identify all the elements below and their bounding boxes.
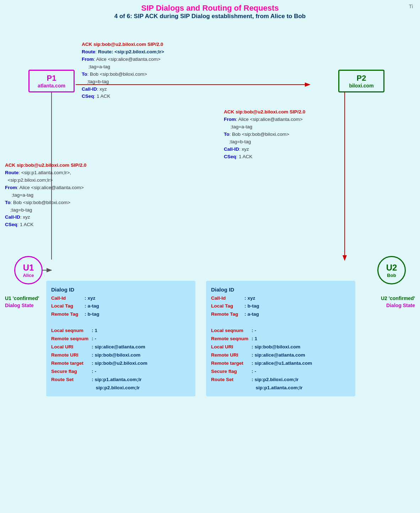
u2-remotetag-row: Remote Tag : a-tag: [211, 310, 350, 319]
u2-callid-row: Call-Id : xyz: [211, 294, 350, 303]
p2-sub: biloxi.com: [345, 83, 378, 89]
msg-p2-method: ACK sip:bob@u2.biloxi.com SIP/2.0: [224, 109, 305, 114]
p1-label: P1: [35, 74, 68, 83]
u1-circle: U1 Alice: [14, 256, 43, 284]
u1-label: U1: [23, 263, 34, 273]
u1-remotetag-row: Remote Tag : b-tag: [51, 310, 190, 319]
u1-localuri-row: Local URI : sip:alice@atlanta.com: [51, 343, 190, 351]
u1-dialog-title: Dialog ID: [51, 285, 190, 294]
p1-sub: atlanta.com: [35, 83, 68, 89]
u1-localseq-row: Local seqnum : 1: [51, 327, 190, 335]
u2-localuri-row: Local URI : sip:bob@biloxi.com: [211, 343, 350, 351]
u2-localseq-row: Local seqnum : -: [211, 327, 350, 335]
u2-remoteseq-row: Remote seqnum : 1: [211, 335, 350, 343]
u1-remotetarget-row: Remote target : sip:bob@u2.biloxi.com: [51, 359, 190, 368]
u1-localtag-row: Local Tag : a-tag: [51, 302, 190, 310]
u2-circle: U2 Bob: [377, 256, 406, 284]
msg-p2-block: ACK sip:bob@u2.biloxi.com SIP/2.0 From: …: [224, 108, 305, 160]
u1-secureflag-row: Secure flag : -: [51, 368, 190, 376]
msg-left-block: ACK sip:bob@u2.biloxi.com SIP/2.0 Route:…: [5, 162, 86, 229]
u2-state-label: U2 'confirmed' Dialog State: [381, 295, 415, 309]
u2-label: U2: [386, 263, 397, 273]
u1-sub: Alice: [23, 273, 34, 278]
u1-dialog-box: Dialog ID Call-Id : xyz Local Tag : a-ta…: [46, 281, 195, 396]
msg-top-block: ACK sip:bob@u2.biloxi.com SIP/2.0 Route:…: [82, 41, 164, 100]
u1-remoteuri-row: Remote URI : sip:bob@biloxi.com: [51, 351, 190, 359]
u1-remoteseq-row: Remote seqnum : -: [51, 335, 190, 343]
u2-dialog-box: Dialog ID Call-Id : xyz Local Tag : b-ta…: [206, 281, 355, 396]
msg-left-method: ACK sip:bob@u2.biloxi.com SIP/2.0: [5, 162, 86, 168]
u2-dialog-title: Dialog ID: [211, 285, 350, 294]
u1-routeset-row: Route Set : sip:p1.atlanta.com;lr: [51, 376, 190, 384]
u1-state-label: U1 'confirmed' Dialog State: [5, 295, 39, 309]
u2-localtag-row: Local Tag : b-tag: [211, 302, 350, 310]
p2-proxy-box: P2 biloxi.com: [338, 70, 384, 92]
u1-routeset2-row: sip:p2.biloxi.com;lr: [51, 384, 190, 392]
u2-remoteuri-row: Remote URI : sip:alice@atlanta.com: [211, 351, 350, 359]
u2-routeset2-row: sip:p1.atlanta.com;lr: [211, 384, 350, 392]
title-sub: 4 of 6: SIP ACK during SIP Dialog establ…: [0, 13, 420, 20]
corner-label: Ti: [409, 4, 413, 9]
u2-sub: Bob: [387, 273, 396, 278]
u1-callid-row: Call-Id : xyz: [51, 294, 190, 303]
p2-label: P2: [345, 74, 378, 83]
title-main: SIP Dialogs and Routing of Requests: [0, 4, 420, 13]
u2-routeset-row: Route Set : sip:p2.biloxi.com;lr: [211, 376, 350, 384]
u2-secureflag-row: Secure flag : -: [211, 368, 350, 376]
p1-proxy-box: P1 atlanta.com: [28, 70, 75, 92]
u2-remotetarget-row: Remote target : sip:alice@u1.atlanta.com: [211, 359, 350, 368]
msg-top-method: ACK sip:bob@u2.biloxi.com SIP/2.0: [82, 42, 163, 47]
page-title: SIP Dialogs and Routing of Requests 4 of…: [0, 0, 420, 20]
